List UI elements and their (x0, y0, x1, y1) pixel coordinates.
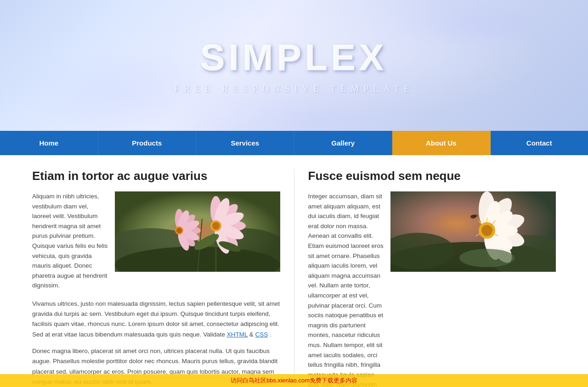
svg-point-50 (473, 214, 478, 217)
left-flower-image (115, 191, 280, 272)
nav-item-about[interactable]: About Us (392, 131, 491, 155)
nav-item-contact[interactable]: Contact (491, 131, 588, 155)
left-column: Etiam in tortor ac augue varius Aliquam … (32, 169, 294, 387)
site-subtitle: Free Responsive Template (174, 84, 414, 94)
svg-point-43 (481, 225, 492, 236)
nav-item-home[interactable]: Home (0, 131, 98, 155)
left-first-paragraph: Aliquam in nibh ultricies, vestibulum di… (32, 191, 108, 291)
left-full-paragraph: Vivamus ultrices, justo non malesuada di… (32, 299, 280, 340)
left-section-title: Etiam in tortor ac augue varius (32, 169, 280, 183)
left-content-block: Aliquam in nibh ultricies, vestibulum di… (32, 191, 280, 291)
right-column: Fusce euismod sem neque Integer accumsan… (294, 169, 556, 387)
main-content: Etiam in tortor ac augue varius Aliquam … (0, 155, 588, 387)
watermark-bar: 访问白鸟社区bbs.xienlao.com免费下载更多内容 (0, 374, 588, 387)
nav-item-products[interactable]: Products (98, 131, 197, 155)
right-section-title: Fusce euismod sem neque (308, 169, 556, 183)
nav-bar: Home Products Services Gallery About Us … (0, 131, 588, 155)
header-banner: SIMPLEX Free Responsive Template (0, 0, 588, 131)
right-first-paragraph: Integer accumsan, diam sit amet aliquam … (308, 191, 384, 387)
right-flower-image (390, 191, 556, 272)
css-link[interactable]: CSS (255, 331, 268, 338)
site-title: SIMPLEX (200, 37, 387, 79)
right-content-block: Integer accumsan, diam sit amet aliquam … (308, 191, 556, 387)
watermark-text: 访问白鸟社区bbs.xienlao.com免费下载更多内容 (231, 377, 357, 384)
nav-item-gallery[interactable]: Gallery (294, 131, 393, 155)
svg-point-51 (459, 249, 514, 267)
xhtml-link[interactable]: XHTML (227, 331, 248, 338)
nav-item-services[interactable]: Services (196, 131, 294, 155)
svg-point-25 (176, 228, 182, 233)
svg-point-15 (212, 222, 220, 230)
